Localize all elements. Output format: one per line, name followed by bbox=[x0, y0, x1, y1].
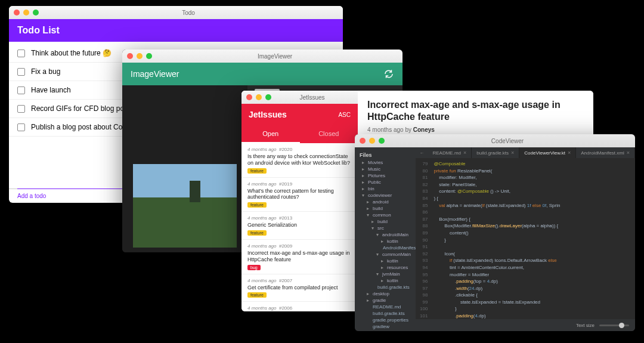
tree-label: bin bbox=[368, 186, 374, 191]
issue-author: Coneys bbox=[413, 126, 435, 133]
chevron-right-icon: ▸ bbox=[362, 186, 366, 191]
tab-open[interactable]: Open bbox=[242, 125, 300, 143]
code-area[interactable]: @Composable private fun ResizablePanel( … bbox=[430, 158, 635, 319]
tree-folder[interactable]: ▸Pictures bbox=[357, 172, 413, 179]
checkbox-icon[interactable] bbox=[17, 68, 25, 76]
editor-tab[interactable]: build.gradle.kts× bbox=[472, 147, 519, 158]
todo-titlebar: Todo bbox=[9, 6, 343, 19]
tree-folder[interactable]: ▸android bbox=[357, 199, 413, 205]
checkbox-icon[interactable] bbox=[17, 105, 25, 113]
tree-folder[interactable]: ▾common bbox=[357, 212, 413, 218]
close-icon[interactable] bbox=[246, 94, 252, 100]
tree-folder[interactable]: ▸Music bbox=[357, 166, 413, 172]
tab-label: README.md bbox=[432, 150, 461, 156]
todo-text: Have launch bbox=[31, 86, 71, 94]
tag-feature: feature bbox=[247, 292, 267, 298]
maximize-icon[interactable] bbox=[379, 138, 385, 144]
close-icon[interactable] bbox=[14, 10, 20, 16]
issue-title: Is there any way to check connectionStat… bbox=[247, 153, 352, 166]
tree-file[interactable]: gradlew bbox=[357, 323, 413, 330]
chevron-right-icon: ▸ bbox=[371, 219, 376, 224]
tree-file[interactable]: build.gradle.kts bbox=[357, 310, 413, 317]
tree-folder[interactable]: ▾commonMain bbox=[357, 251, 413, 258]
nav-back-icon[interactable]: ← bbox=[416, 148, 428, 158]
tag-bug: bug bbox=[247, 265, 261, 270]
minimize-icon[interactable] bbox=[137, 53, 143, 59]
tree-folder[interactable]: ▾codeviewer bbox=[357, 192, 413, 199]
tree-folder[interactable]: ▸build bbox=[357, 205, 413, 212]
sort-toggle[interactable]: ASC bbox=[338, 112, 351, 118]
traffic-lights bbox=[127, 53, 152, 59]
close-tab-icon[interactable]: × bbox=[511, 150, 514, 156]
tree-folder[interactable]: ▾src bbox=[357, 225, 413, 231]
tree-label: commonMain bbox=[382, 252, 411, 257]
issue-meta: 4 months ago #2006 bbox=[247, 305, 352, 311]
todo-text: Record GIFs for CFD blog post bbox=[31, 104, 129, 113]
tree-label: android bbox=[373, 199, 389, 205]
chevron-right-icon: ▸ bbox=[362, 173, 366, 178]
tree-file[interactable]: gradlew.bat bbox=[357, 330, 413, 331]
window-title: CodeViewer bbox=[385, 138, 630, 144]
todo-header: Todo List bbox=[9, 19, 343, 42]
chevron-right-icon: ▸ bbox=[381, 265, 385, 270]
editor-tab[interactable]: AndroidManifest.xml× bbox=[576, 147, 635, 158]
tree-folder[interactable]: ▾jvmMain bbox=[357, 271, 413, 277]
tab-label: build.gradle.kts bbox=[476, 150, 509, 156]
issue-item[interactable]: 4 months ago #2013 Generic Serialization… bbox=[242, 212, 358, 240]
tree-folder[interactable]: ▸kotlin bbox=[357, 258, 413, 264]
checkbox-icon[interactable] bbox=[17, 123, 25, 131]
tree-file[interactable]: AndroidManifest.xml bbox=[357, 245, 413, 251]
tab-closed[interactable]: Closed bbox=[300, 125, 358, 143]
chevron-down-icon: ▾ bbox=[376, 232, 380, 237]
tree-folder[interactable]: ▸resources bbox=[357, 264, 413, 271]
maximize-icon[interactable] bbox=[265, 94, 271, 100]
tree-folder[interactable]: ▸bin bbox=[357, 186, 413, 192]
checkbox-icon[interactable] bbox=[17, 50, 25, 57]
tree-folder[interactable]: ▸Public bbox=[357, 179, 413, 186]
maximize-icon[interactable] bbox=[33, 10, 39, 16]
issue-time: 4 months ago bbox=[367, 126, 404, 133]
editor-panel: ← README.md×build.gradle.kts×CodeViewerV… bbox=[416, 147, 635, 331]
issue-item[interactable]: 4 months ago #2007 Get certificate from … bbox=[242, 274, 358, 302]
tree-folder[interactable]: ▸kotlin bbox=[357, 277, 413, 284]
tree-label: common bbox=[373, 212, 391, 218]
editor-tab[interactable]: README.md× bbox=[428, 147, 472, 158]
chevron-right-icon: ▸ bbox=[381, 239, 385, 244]
tree-folder[interactable]: ▸kotlin bbox=[357, 238, 413, 245]
maximize-icon[interactable] bbox=[146, 53, 152, 59]
tree-label: kotlin bbox=[387, 278, 398, 283]
close-tab-icon[interactable]: × bbox=[463, 150, 466, 156]
checkbox-icon[interactable] bbox=[17, 86, 25, 94]
image-preview[interactable] bbox=[133, 164, 237, 248]
issue-item[interactable]: 4 months ago #2019 What's the correct pa… bbox=[242, 178, 358, 212]
chevron-right-icon: ▸ bbox=[362, 180, 366, 185]
refresh-icon[interactable] bbox=[383, 69, 394, 79]
issue-item[interactable]: 4 months ago #2009 Incorrect max-age and… bbox=[242, 240, 358, 274]
editor-tab[interactable]: CodeViewerView.kt× bbox=[519, 147, 576, 158]
tree-folder[interactable]: ▸build bbox=[357, 218, 413, 225]
code-editor[interactable]: 79 80 81 82 83 84 85 86 87 88 89 90 91 9… bbox=[416, 158, 635, 319]
text-size-slider[interactable] bbox=[599, 325, 629, 326]
line-gutter: 79 80 81 82 83 84 85 86 87 88 89 90 91 9… bbox=[416, 158, 430, 319]
issue-list: 4 months ago #2020 Is there any way to c… bbox=[242, 143, 358, 311]
tree-file[interactable]: build.gradle.kts bbox=[357, 284, 413, 291]
issue-item[interactable]: 4 months ago #2006 Ktor show startup dur… bbox=[242, 302, 358, 311]
close-tab-icon[interactable]: × bbox=[568, 150, 571, 156]
tree-file[interactable]: README.md bbox=[357, 304, 413, 310]
close-icon[interactable] bbox=[127, 53, 133, 59]
issue-item[interactable]: 4 months ago #2020 Is there any way to c… bbox=[242, 143, 358, 178]
minimize-icon[interactable] bbox=[369, 138, 375, 144]
close-icon[interactable] bbox=[360, 138, 366, 144]
tree-folder[interactable]: ▸gradle bbox=[357, 297, 413, 304]
chevron-down-icon: ▾ bbox=[367, 212, 371, 218]
status-bar: Text size bbox=[416, 319, 635, 331]
tree-folder[interactable]: ▸Movies bbox=[357, 159, 413, 166]
chevron-right-icon: ▸ bbox=[381, 258, 385, 264]
tree-file[interactable]: gradle.properties bbox=[357, 317, 413, 323]
tree-folder[interactable]: ▸desktop bbox=[357, 291, 413, 297]
minimize-icon[interactable] bbox=[256, 94, 262, 100]
tree-folder[interactable]: ▾androidMain bbox=[357, 231, 413, 238]
todo-text: Fix a bug bbox=[31, 67, 60, 76]
close-tab-icon[interactable]: × bbox=[627, 150, 630, 156]
minimize-icon[interactable] bbox=[23, 10, 29, 16]
